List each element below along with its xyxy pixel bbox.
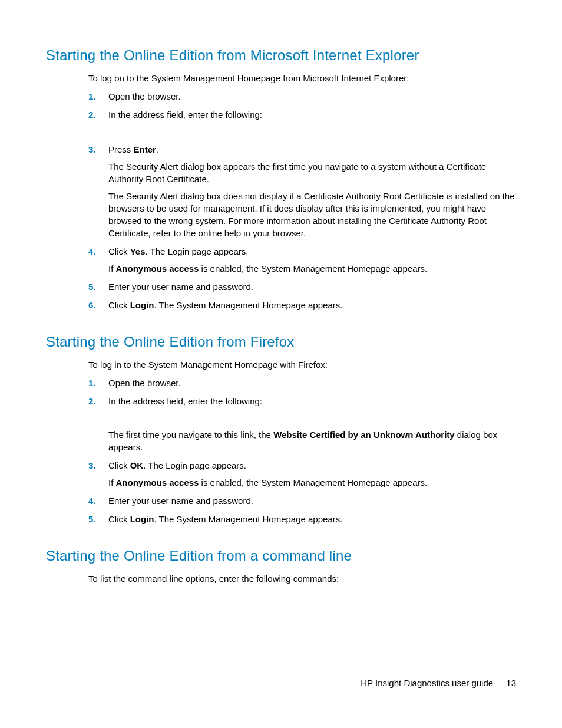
step-number: 1. xyxy=(88,90,96,103)
step-number: 2. xyxy=(88,108,96,121)
page-footer: HP Insight Diagnostics user guide 13 xyxy=(361,678,516,688)
step-item: 5. Enter your user name and password. xyxy=(88,281,516,293)
steps-list-ie: 1. Open the browser. 2. In the address f… xyxy=(88,90,516,311)
step-item: 4. Click Yes. The Login page appears. If… xyxy=(88,245,516,275)
document-page: Starting the Online Edition from Microso… xyxy=(0,0,562,728)
step-text: Click Login. The System Management Homep… xyxy=(108,300,342,310)
step-text: In the address field, enter the followin… xyxy=(108,396,262,406)
blank-space xyxy=(108,407,516,424)
step-number: 3. xyxy=(88,459,96,472)
step-number: 5. xyxy=(88,513,96,525)
step-text: Open the browser. xyxy=(108,378,181,388)
step-item: 1. Open the browser. xyxy=(88,377,516,389)
step-text: Open the browser. xyxy=(108,91,181,101)
page-number: 13 xyxy=(506,678,516,688)
steps-list-firefox: 1. Open the browser. 2. In the address f… xyxy=(88,377,516,525)
step-subtext: The Security Alert dialog box appears th… xyxy=(108,160,516,185)
step-number: 1. xyxy=(88,377,96,389)
intro-text-ie: To log on to the System Management Homep… xyxy=(88,72,516,84)
step-subtext: If Anonymous access is enabled, the Syst… xyxy=(108,476,516,489)
step-number: 6. xyxy=(88,299,96,311)
intro-text-cmdline: To list the command line options, enter … xyxy=(88,572,516,585)
step-item: 3. Click OK. The Login page appears. If … xyxy=(88,459,516,489)
step-item: 5. Click Login. The System Management Ho… xyxy=(88,513,516,525)
step-text: Press Enter. xyxy=(108,144,158,154)
step-item: 3. Press Enter. The Security Alert dialo… xyxy=(88,143,516,239)
intro-text-firefox: To log in to the System Management Homep… xyxy=(88,358,516,371)
step-subtext: The first time you navigate to this link… xyxy=(108,429,516,453)
step-text: Enter your user name and password. xyxy=(108,496,253,506)
step-number: 4. xyxy=(88,495,96,507)
blank-space xyxy=(108,121,516,137)
step-item: 1. Open the browser. xyxy=(88,90,516,103)
step-text: In the address field, enter the followin… xyxy=(108,110,262,120)
section-heading-ie: Starting the Online Edition from Microso… xyxy=(46,47,516,64)
footer-title: HP Insight Diagnostics user guide xyxy=(361,678,493,688)
step-text: Click Yes. The Login page appears. xyxy=(108,246,248,256)
step-item: 6. Click Login. The System Management Ho… xyxy=(88,299,516,311)
step-number: 4. xyxy=(88,245,96,258)
step-item: 4. Enter your user name and password. xyxy=(88,495,516,507)
step-text: Enter your user name and password. xyxy=(108,282,253,292)
step-item: 2. In the address field, enter the follo… xyxy=(88,395,516,453)
step-number: 5. xyxy=(88,281,96,293)
step-number: 2. xyxy=(88,395,96,407)
section-heading-cmdline: Starting the Online Edition from a comma… xyxy=(46,548,516,564)
step-subtext: If Anonymous access is enabled, the Syst… xyxy=(108,262,516,275)
step-text: Click OK. The Login page appears. xyxy=(108,460,246,470)
step-text: Click Login. The System Management Homep… xyxy=(108,514,342,524)
section-heading-firefox: Starting the Online Edition from Firefox xyxy=(46,334,516,350)
step-subtext: The Security Alert dialog box does not d… xyxy=(108,190,516,239)
step-item: 2. In the address field, enter the follo… xyxy=(88,108,516,137)
step-number: 3. xyxy=(88,143,96,156)
